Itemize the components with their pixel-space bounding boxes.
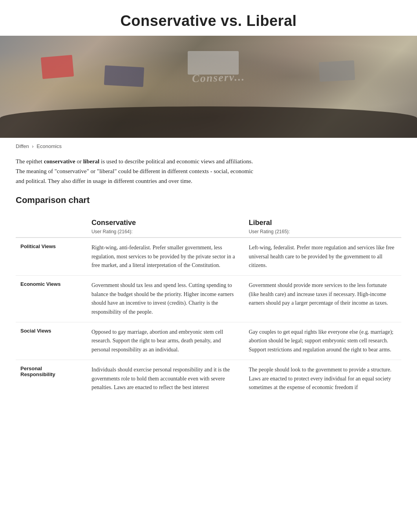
conservative-col-rating: User Rating (2164): — [91, 229, 133, 234]
conservative-cell: Individuals should exercise personal res… — [87, 360, 244, 398]
hero-image: Conserv... — [0, 36, 417, 138]
conservative-cell: Right-wing, anti-federalist. Prefer smal… — [87, 238, 244, 276]
row-label-cell: Political Views — [16, 238, 87, 276]
liberal-cell: Left-wing, federalist. Prefer more regul… — [244, 238, 401, 276]
header-conservative: Conservative User Rating (2164): — [87, 213, 244, 238]
table-header-row: Conservative User Rating (2164): Liberal… — [16, 213, 401, 238]
row-label-cell: Social Views — [16, 322, 87, 360]
hero-sign-1 — [41, 55, 74, 79]
intro-text: The epithet conservative or liberal is u… — [16, 157, 259, 186]
hero-shapes: Conserv... — [0, 36, 417, 138]
row-label-cell: PersonalResponsibility — [16, 360, 87, 398]
header-liberal: Liberal User Rating (2165): — [244, 213, 401, 238]
intro-bold-liberal: liberal — [83, 158, 100, 165]
table-row: Economic ViewsGovernment should tax less… — [16, 276, 401, 322]
conservative-cell: Government should tax less and spend les… — [87, 276, 244, 322]
page-title-area: Conservative vs. Liberal — [0, 0, 417, 36]
breadcrumb-sep: › — [32, 143, 33, 149]
liberal-cell: Government should provide more services … — [244, 276, 401, 322]
liberal-col-title: Liberal — [249, 219, 397, 227]
intro-area: The epithet conservative or liberal is u… — [0, 153, 275, 195]
hero-crowd — [0, 106, 417, 138]
table-row: PersonalResponsibilityIndividuals should… — [16, 360, 401, 398]
hero-text-overlay: Conserv... — [192, 71, 245, 85]
liberal-cell: The people should look to the government… — [244, 360, 401, 398]
breadcrumb-area: Diffen › Economics — [0, 138, 417, 153]
row-label-cell: Economic Views — [16, 276, 87, 322]
table-row: Political ViewsRight-wing, anti-federali… — [16, 238, 401, 276]
comparison-title: Comparison chart — [16, 195, 401, 205]
hero-sign-2 — [104, 65, 144, 87]
comparison-section: Comparison chart Conservative User Ratin… — [0, 195, 417, 413]
breadcrumb: Diffen › Economics — [16, 143, 62, 149]
comparison-table: Conservative User Rating (2164): Liberal… — [16, 213, 401, 397]
intro-bold-conservative: conservative — [44, 158, 75, 165]
table-row: Social ViewsOpposed to gay marriage, abo… — [16, 322, 401, 360]
page-title: Conservative vs. Liberal — [16, 13, 401, 29]
intro-text-middle: or — [75, 158, 83, 165]
breadcrumb-economics[interactable]: Economics — [37, 143, 62, 149]
intro-text-before: The epithet — [16, 158, 44, 165]
liberal-cell: Gay couples to get equal rights like eve… — [244, 322, 401, 360]
conservative-col-title: Conservative — [91, 219, 240, 227]
conservative-cell: Opposed to gay marriage, abortion and em… — [87, 322, 244, 360]
header-label-cell — [16, 213, 87, 238]
hero-sign-4 — [318, 60, 355, 82]
liberal-col-rating: User Rating (2165): — [249, 229, 290, 234]
breadcrumb-diffen[interactable]: Diffen — [16, 143, 29, 149]
